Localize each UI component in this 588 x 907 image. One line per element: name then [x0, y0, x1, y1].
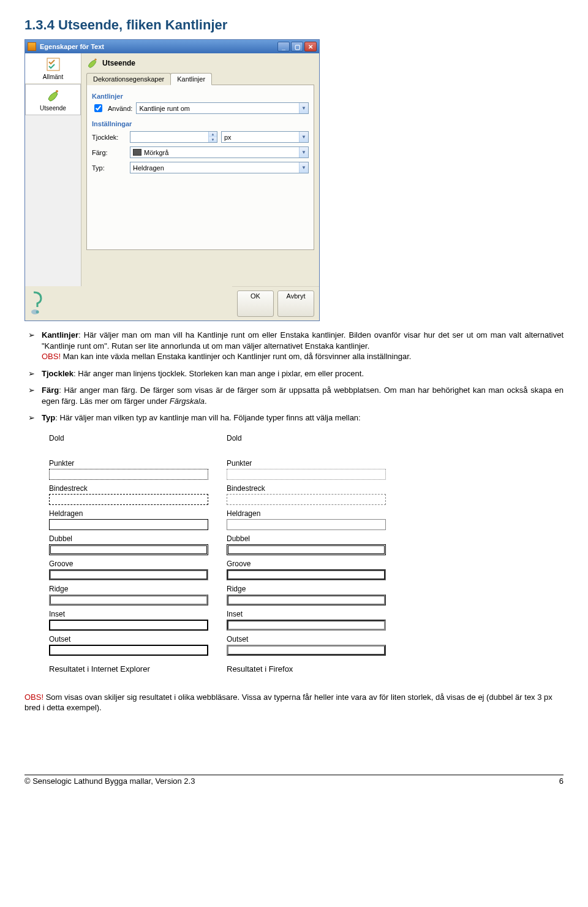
- demo-label: Inset: [49, 610, 208, 618]
- use-checkbox[interactable]: [94, 104, 102, 112]
- app-icon: [28, 42, 36, 51]
- demo-box-punkter: [49, 469, 208, 480]
- installningar-section-label: Inställningar: [92, 120, 309, 127]
- farg-dropdown[interactable]: Mörkgrå ▼: [130, 146, 309, 158]
- demo-label: Dold: [49, 434, 208, 442]
- tjocklek-unit-dropdown[interactable]: px ▼: [221, 131, 309, 143]
- help-icon[interactable]: [30, 291, 45, 316]
- demo-box-punkter: [227, 469, 386, 480]
- tjocklek-label: Tjocklek:: [92, 134, 126, 141]
- ok-button[interactable]: OK: [237, 290, 274, 317]
- typ-label: Typ:: [92, 164, 126, 172]
- demo-label: Inset: [227, 610, 386, 618]
- dialog-window: Egenskaper för Text _ ▢ ✕ Allmänt Utseen…: [24, 39, 320, 321]
- footer-copyright: © Senselogic Lathund Bygga mallar, Versi…: [24, 776, 195, 786]
- brush-icon: [86, 57, 99, 69]
- sidebar-item-label: Utseende: [40, 105, 66, 112]
- caption-ie: Resultatet i Internet Explorer: [49, 664, 208, 674]
- demo-label: Dubbel: [227, 534, 386, 543]
- demo-box-bindestreck: [227, 494, 386, 505]
- demo-label: Ridge: [227, 585, 386, 593]
- demo-box-dubbel: [227, 544, 386, 555]
- chevron-down-icon: ▼: [299, 103, 308, 113]
- minimize-button[interactable]: _: [277, 42, 290, 51]
- description-list: Kantlinjer: Här väljer man om man vill h…: [28, 330, 564, 423]
- cancel-button[interactable]: Avbryt: [277, 290, 314, 317]
- tab-dekorationsegenskaper[interactable]: Dekorationsegenskaper: [86, 73, 171, 85]
- page-number: 6: [559, 776, 564, 786]
- tab-kantlinjer[interactable]: Kantlinjer: [170, 73, 212, 85]
- demo-box-outset: [227, 645, 386, 656]
- page-footer: © Senselogic Lathund Bygga mallar, Versi…: [24, 775, 564, 786]
- obs-footer-note: OBS! Som visas ovan skiljer sig resultat…: [24, 692, 564, 713]
- demo-box-dold: [49, 444, 208, 455]
- kantlinjer-section-label: Kantlinjer: [92, 93, 309, 100]
- caption-firefox: Resultatet i Firefox: [227, 664, 386, 674]
- window-title: Egenskaper för Text: [40, 43, 104, 50]
- farg-label: Färg:: [92, 149, 126, 156]
- sidebar-item-label: Allmänt: [43, 74, 63, 80]
- sidebar-item-utseende[interactable]: Utseende: [25, 84, 81, 115]
- tabs: Dekorationsegenskaper Kantlinjer: [86, 73, 314, 85]
- demo-label: Groove: [49, 560, 208, 568]
- chevron-down-icon: ▼: [299, 162, 308, 173]
- chevron-down-icon: ▼: [299, 132, 308, 142]
- demo-label: Punkter: [49, 459, 208, 468]
- demo-box-heldragen: [49, 519, 208, 530]
- demo-box-groove: [227, 569, 386, 580]
- demo-box-ridge: [227, 594, 386, 605]
- demo-box-dubbel: [49, 544, 208, 555]
- close-button[interactable]: ✕: [304, 42, 317, 51]
- tjocklek-input[interactable]: 1 ▲ ▼: [130, 131, 217, 143]
- checklist-icon: [46, 57, 61, 72]
- brush-icon: [46, 88, 61, 103]
- demo-label: Punkter: [227, 459, 386, 468]
- demo-label: Heldragen: [49, 509, 208, 518]
- tab-panel-kantlinjer: Kantlinjer Använd: Kantlinje runt om ▼ I…: [86, 85, 314, 250]
- border-demo-firefox: Dold Punkter Bindestreck Heldragen Dubbe…: [227, 430, 386, 674]
- spinner-up-icon[interactable]: ▲: [209, 132, 217, 137]
- demo-box-inset: [49, 620, 208, 631]
- demo-box-ridge: [49, 594, 208, 605]
- demo-label: Bindestreck: [227, 484, 386, 493]
- use-label: Använd:: [108, 105, 132, 112]
- demo-label: Bindestreck: [49, 484, 208, 493]
- title-bar: Egenskaper för Text _ ▢ ✕: [25, 40, 319, 53]
- demo-box-bindestreck: [49, 494, 208, 505]
- svg-point-4: [31, 309, 39, 314]
- demo-label: Outset: [49, 635, 208, 643]
- bullet-tjocklek: Tjocklek: Här anger man linjens tjocklek…: [28, 368, 564, 379]
- bullet-kantlinjer: Kantlinjer: Här väljer man om man vill h…: [28, 330, 564, 362]
- section-heading: 1.3.4 Utseende, fliken Kantlinjer: [24, 17, 564, 33]
- sidebar-item-allmant[interactable]: Allmänt: [25, 53, 81, 84]
- bullet-farg: Färg: Här anger man färg. De färger som …: [28, 385, 564, 406]
- svg-point-2: [94, 59, 96, 61]
- demo-label: Outset: [227, 635, 386, 643]
- demo-label: Dold: [227, 434, 386, 442]
- demo-box-dold: [227, 444, 386, 455]
- spinner-down-icon[interactable]: ▼: [209, 137, 217, 143]
- svg-point-1: [56, 90, 58, 93]
- chevron-down-icon: ▼: [299, 147, 308, 157]
- bullet-typ: Typ: Här väljer man vilken typ av kantli…: [28, 412, 564, 423]
- typ-dropdown[interactable]: Heldragen ▼: [130, 162, 309, 173]
- kantlinje-type-dropdown[interactable]: Kantlinje runt om ▼: [136, 102, 309, 114]
- svg-rect-0: [47, 58, 59, 70]
- demo-box-inset: [227, 620, 386, 631]
- demo-box-groove: [49, 569, 208, 580]
- border-demo-ie: Dold Punkter Bindestreck Heldragen Dubbe…: [49, 430, 208, 674]
- demo-label: Ridge: [49, 585, 208, 593]
- demo-box-outset: [49, 645, 208, 656]
- demo-label: Heldragen: [227, 509, 386, 518]
- content-header: Utseende: [86, 57, 314, 69]
- sidebar: Allmänt Utseende: [25, 53, 81, 286]
- demo-label: Groove: [227, 560, 386, 568]
- demo-label: Dubbel: [49, 534, 208, 543]
- color-swatch-icon: [133, 149, 141, 156]
- maximize-button[interactable]: ▢: [291, 42, 303, 51]
- demo-box-heldragen: [227, 519, 386, 530]
